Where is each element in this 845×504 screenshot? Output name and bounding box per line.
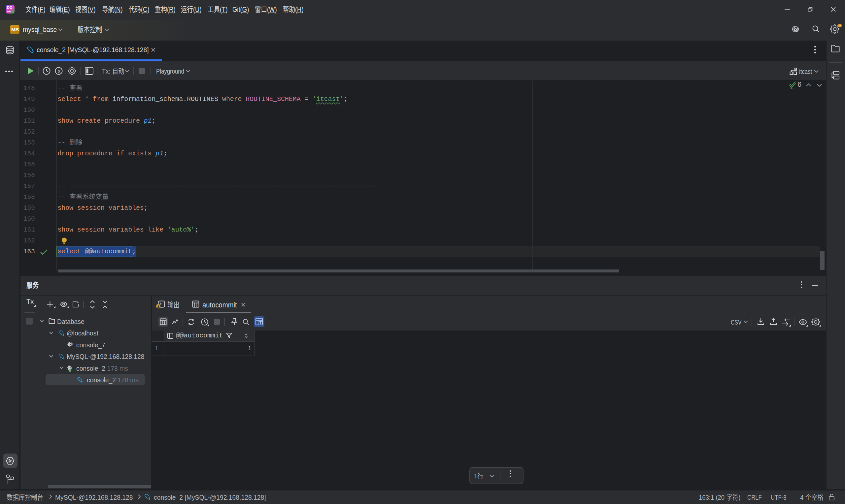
svg-text:p: p (57, 69, 60, 74)
